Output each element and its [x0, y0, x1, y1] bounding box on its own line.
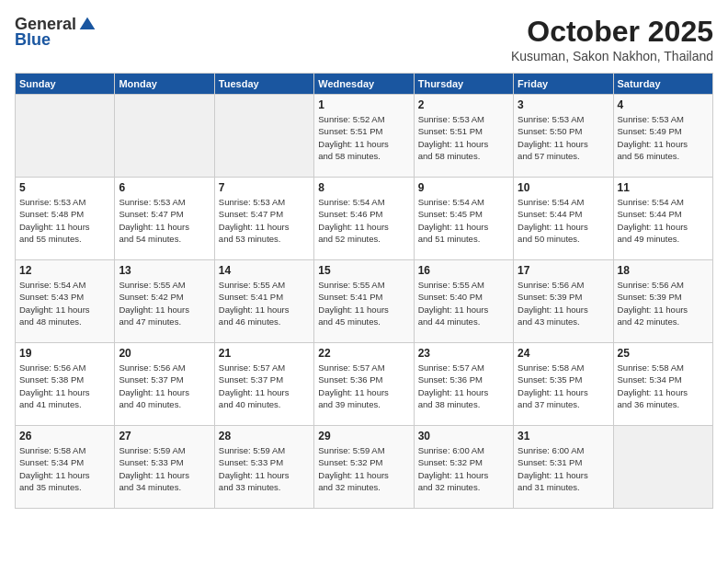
calendar-cell: 10Sunrise: 5:54 AM Sunset: 5:44 PM Dayli…	[514, 178, 613, 260]
day-info: Sunrise: 5:56 AM Sunset: 5:39 PM Dayligh…	[618, 279, 709, 327]
header-wednesday: Wednesday	[314, 74, 414, 95]
day-number: 28	[219, 430, 310, 442]
calendar-cell: 22Sunrise: 5:57 AM Sunset: 5:36 PM Dayli…	[314, 343, 414, 426]
calendar-header-row: SundayMondayTuesdayWednesdayThursdayFrid…	[16, 74, 713, 95]
calendar-cell	[214, 95, 313, 178]
calendar-week-4: 19Sunrise: 5:56 AM Sunset: 5:38 PM Dayli…	[16, 343, 713, 426]
day-number: 21	[219, 347, 310, 360]
day-number: 1	[318, 98, 409, 111]
day-info: Sunrise: 5:59 AM Sunset: 5:33 PM Dayligh…	[119, 444, 210, 493]
day-info: Sunrise: 5:53 AM Sunset: 5:49 PM Dayligh…	[618, 113, 709, 162]
day-number: 5	[19, 181, 110, 194]
day-info: Sunrise: 5:58 AM Sunset: 5:34 PM Dayligh…	[618, 362, 709, 410]
day-number: 26	[19, 430, 110, 442]
day-number: 20	[119, 347, 210, 360]
calendar-cell: 25Sunrise: 5:58 AM Sunset: 5:34 PM Dayli…	[613, 343, 712, 426]
day-number: 9	[418, 181, 509, 194]
month-title: October 2025	[511, 15, 713, 49]
calendar-cell: 1Sunrise: 5:52 AM Sunset: 5:51 PM Daylig…	[314, 95, 414, 178]
calendar-cell: 8Sunrise: 5:54 AM Sunset: 5:46 PM Daylig…	[314, 178, 414, 260]
day-number: 15	[318, 264, 409, 277]
day-info: Sunrise: 5:59 AM Sunset: 5:33 PM Dayligh…	[219, 444, 310, 493]
day-number: 8	[318, 181, 409, 194]
calendar-week-1: 1Sunrise: 5:52 AM Sunset: 5:51 PM Daylig…	[16, 95, 713, 178]
day-info: Sunrise: 5:57 AM Sunset: 5:36 PM Dayligh…	[418, 362, 509, 410]
calendar-cell: 30Sunrise: 6:00 AM Sunset: 5:32 PM Dayli…	[414, 426, 513, 509]
calendar-cell	[16, 95, 115, 178]
day-number: 18	[618, 264, 709, 277]
day-info: Sunrise: 5:53 AM Sunset: 5:48 PM Dayligh…	[19, 196, 110, 245]
day-info: Sunrise: 5:57 AM Sunset: 5:36 PM Dayligh…	[318, 362, 409, 410]
calendar-cell: 29Sunrise: 5:59 AM Sunset: 5:32 PM Dayli…	[314, 426, 414, 509]
calendar-cell: 14Sunrise: 5:55 AM Sunset: 5:41 PM Dayli…	[214, 260, 313, 343]
day-number: 10	[518, 181, 609, 194]
header-tuesday: Tuesday	[214, 74, 313, 95]
day-number: 16	[418, 264, 509, 277]
header-monday: Monday	[115, 74, 214, 95]
calendar-cell: 20Sunrise: 5:56 AM Sunset: 5:37 PM Dayli…	[115, 343, 214, 426]
day-number: 12	[19, 264, 110, 277]
calendar-cell: 13Sunrise: 5:55 AM Sunset: 5:42 PM Dayli…	[115, 260, 214, 343]
day-info: Sunrise: 5:54 AM Sunset: 5:43 PM Dayligh…	[19, 279, 110, 327]
day-info: Sunrise: 5:55 AM Sunset: 5:42 PM Dayligh…	[119, 279, 210, 327]
day-info: Sunrise: 5:55 AM Sunset: 5:40 PM Dayligh…	[418, 279, 509, 327]
calendar-cell: 4Sunrise: 5:53 AM Sunset: 5:49 PM Daylig…	[613, 95, 712, 178]
day-info: Sunrise: 5:58 AM Sunset: 5:34 PM Dayligh…	[19, 444, 110, 493]
calendar-cell: 31Sunrise: 6:00 AM Sunset: 5:31 PM Dayli…	[514, 426, 613, 509]
calendar-cell: 21Sunrise: 5:57 AM Sunset: 5:37 PM Dayli…	[214, 343, 313, 426]
calendar-cell: 7Sunrise: 5:53 AM Sunset: 5:47 PM Daylig…	[214, 178, 313, 260]
day-info: Sunrise: 5:55 AM Sunset: 5:41 PM Dayligh…	[318, 279, 409, 327]
calendar-cell: 16Sunrise: 5:55 AM Sunset: 5:40 PM Dayli…	[414, 260, 513, 343]
day-info: Sunrise: 5:57 AM Sunset: 5:37 PM Dayligh…	[219, 362, 310, 410]
calendar-cell: 15Sunrise: 5:55 AM Sunset: 5:41 PM Dayli…	[314, 260, 414, 343]
day-number: 24	[518, 347, 609, 360]
day-number: 6	[119, 181, 210, 194]
day-info: Sunrise: 6:00 AM Sunset: 5:32 PM Dayligh…	[418, 444, 509, 493]
calendar-cell: 2Sunrise: 5:53 AM Sunset: 5:51 PM Daylig…	[414, 95, 513, 178]
day-number: 27	[119, 430, 210, 442]
calendar-cell: 11Sunrise: 5:54 AM Sunset: 5:44 PM Dayli…	[613, 178, 712, 260]
logo: General Blue	[15, 15, 97, 50]
day-number: 30	[418, 430, 509, 442]
calendar-week-3: 12Sunrise: 5:54 AM Sunset: 5:43 PM Dayli…	[16, 260, 713, 343]
day-info: Sunrise: 5:52 AM Sunset: 5:51 PM Dayligh…	[318, 113, 409, 162]
page-header: General Blue October 2025 Kusuman, Sakon…	[15, 15, 713, 63]
day-info: Sunrise: 5:55 AM Sunset: 5:41 PM Dayligh…	[219, 279, 310, 327]
day-info: Sunrise: 6:00 AM Sunset: 5:31 PM Dayligh…	[518, 444, 609, 493]
day-number: 19	[19, 347, 110, 360]
day-number: 14	[219, 264, 310, 277]
day-info: Sunrise: 5:56 AM Sunset: 5:39 PM Dayligh…	[518, 279, 609, 327]
calendar-week-5: 26Sunrise: 5:58 AM Sunset: 5:34 PM Dayli…	[16, 426, 713, 509]
header-saturday: Saturday	[613, 74, 712, 95]
day-info: Sunrise: 5:56 AM Sunset: 5:37 PM Dayligh…	[119, 362, 210, 410]
svg-marker-0	[80, 17, 96, 29]
calendar-cell: 12Sunrise: 5:54 AM Sunset: 5:43 PM Dayli…	[16, 260, 115, 343]
calendar-week-2: 5Sunrise: 5:53 AM Sunset: 5:48 PM Daylig…	[16, 178, 713, 260]
day-number: 22	[318, 347, 409, 360]
location-subtitle: Kusuman, Sakon Nakhon, Thailand	[511, 49, 713, 63]
day-number: 29	[318, 430, 409, 442]
day-number: 7	[219, 181, 310, 194]
header-thursday: Thursday	[414, 74, 513, 95]
title-block: October 2025 Kusuman, Sakon Nakhon, Thai…	[511, 15, 713, 63]
calendar-cell: 24Sunrise: 5:58 AM Sunset: 5:35 PM Dayli…	[514, 343, 613, 426]
day-info: Sunrise: 5:54 AM Sunset: 5:44 PM Dayligh…	[518, 196, 609, 245]
calendar-cell	[115, 95, 214, 178]
calendar-cell: 5Sunrise: 5:53 AM Sunset: 5:48 PM Daylig…	[16, 178, 115, 260]
day-info: Sunrise: 5:54 AM Sunset: 5:45 PM Dayligh…	[418, 196, 509, 245]
day-number: 11	[618, 181, 709, 194]
calendar-table: SundayMondayTuesdayWednesdayThursdayFrid…	[15, 73, 713, 509]
calendar-cell: 23Sunrise: 5:57 AM Sunset: 5:36 PM Dayli…	[414, 343, 513, 426]
calendar-cell: 26Sunrise: 5:58 AM Sunset: 5:34 PM Dayli…	[16, 426, 115, 509]
day-info: Sunrise: 5:53 AM Sunset: 5:51 PM Dayligh…	[418, 113, 509, 162]
day-info: Sunrise: 5:53 AM Sunset: 5:50 PM Dayligh…	[518, 113, 609, 162]
day-info: Sunrise: 5:58 AM Sunset: 5:35 PM Dayligh…	[518, 362, 609, 410]
day-info: Sunrise: 5:56 AM Sunset: 5:38 PM Dayligh…	[19, 362, 110, 410]
day-info: Sunrise: 5:54 AM Sunset: 5:46 PM Dayligh…	[318, 196, 409, 245]
header-friday: Friday	[514, 74, 613, 95]
calendar-cell: 17Sunrise: 5:56 AM Sunset: 5:39 PM Dayli…	[514, 260, 613, 343]
day-number: 25	[618, 347, 709, 360]
day-number: 23	[418, 347, 509, 360]
header-sunday: Sunday	[16, 74, 115, 95]
logo-icon	[78, 16, 97, 34]
